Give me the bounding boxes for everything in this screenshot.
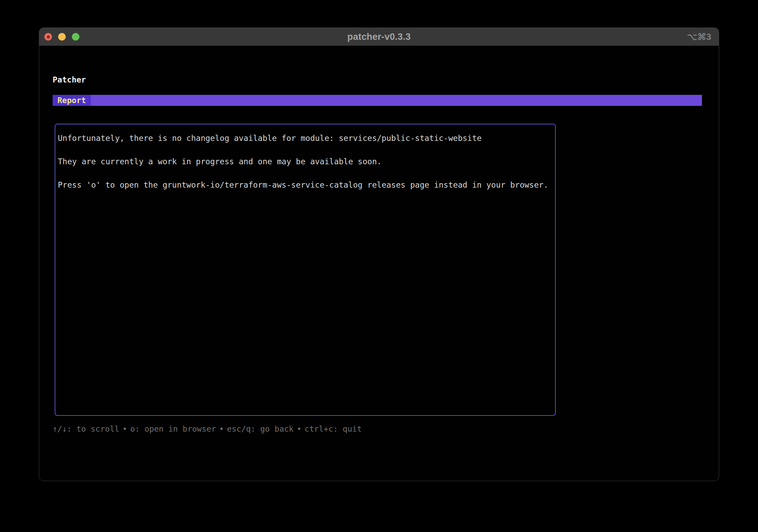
window-title: patcher-v0.3.3 xyxy=(39,32,719,42)
help-item-back: esc/q: go back xyxy=(227,424,294,433)
bullet-separator-icon: • xyxy=(294,424,305,433)
help-item-scroll: ↑/↓: to scroll xyxy=(53,424,119,433)
changelog-message-line: They are currently a work in progress an… xyxy=(58,156,553,167)
changelog-message-line: Unfortunately, there is no changelog ava… xyxy=(58,132,553,144)
help-bar: ↑/↓: to scroll•o: open in browser•esc/q:… xyxy=(53,423,362,435)
page-title: Patcher xyxy=(53,74,86,86)
bullet-separator-icon: • xyxy=(216,424,227,433)
minimize-button[interactable] xyxy=(58,33,66,41)
help-item-open: o: open in browser xyxy=(130,424,216,433)
app-window: patcher-v0.3.3 ⌥⌘3 Patcher Report Unfort… xyxy=(39,27,719,481)
close-button[interactable] xyxy=(44,33,52,41)
tab-bar: Report xyxy=(53,95,702,106)
help-item-quit: ctrl+c: quit xyxy=(305,424,362,433)
window-shortcut-hint: ⌥⌘3 xyxy=(687,28,711,46)
changelog-message-line: Press 'o' to open the gruntwork-io/terra… xyxy=(58,179,553,191)
close-dot-icon xyxy=(47,35,50,38)
bullet-separator-icon: • xyxy=(119,424,130,433)
zoom-button[interactable] xyxy=(72,33,79,41)
window-titlebar[interactable]: patcher-v0.3.3 ⌥⌘3 xyxy=(39,28,719,46)
traffic-lights xyxy=(44,28,79,46)
tab-report[interactable]: Report xyxy=(53,95,91,106)
changelog-viewport[interactable]: Unfortunately, there is no changelog ava… xyxy=(55,124,556,416)
